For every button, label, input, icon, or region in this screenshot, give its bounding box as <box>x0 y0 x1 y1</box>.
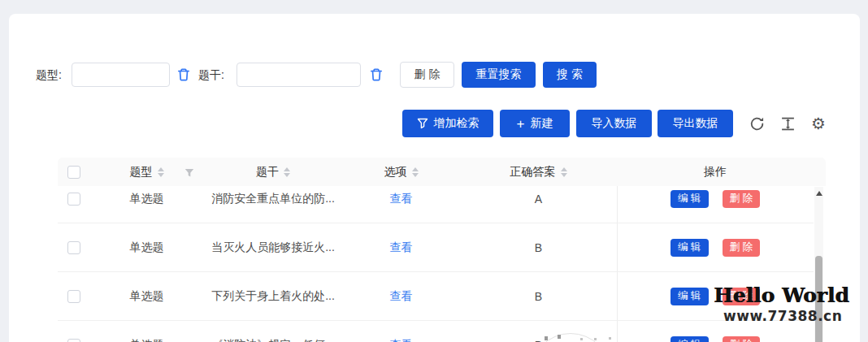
add-filter-label: 增加检索 <box>434 116 480 131</box>
header-stem-label: 题干 <box>256 165 279 180</box>
header-actions-label: 操作 <box>704 165 727 180</box>
refresh-icon[interactable] <box>747 114 766 133</box>
edit-button[interactable]: 编 辑 <box>671 190 708 208</box>
cell-stem: 当灭火人员能够接近火... <box>204 223 342 271</box>
question-bank-page: 题型: 题干: 删 除 重置搜索 搜 索 增加检索 + 新建 导入数据 <box>0 0 868 342</box>
table-scrollbar[interactable] <box>814 187 823 342</box>
view-options-link[interactable]: 查看 <box>390 192 413 206</box>
header-options: 选项 <box>342 158 460 186</box>
view-options-link[interactable]: 查看 <box>390 338 413 342</box>
cell-stem: 下列关于身上着火的处... <box>204 272 342 320</box>
scroll-up-arrow-icon[interactable] <box>816 191 822 196</box>
table-row: 单选题 《消防法》规定：任何... 查看 B 编 辑 删 除 <box>58 321 814 342</box>
row-checkbox[interactable] <box>67 241 80 254</box>
edit-button[interactable]: 编 辑 <box>671 336 708 342</box>
table-body: 单选题 消防安全重点单位的防... 查看 A 编 辑 删 除 单选题 当灭火人员… <box>58 186 814 342</box>
cell-stem: 消防安全重点单位的防... <box>204 186 342 223</box>
table-row: 单选题 当灭火人员能够接近火... 查看 B 编 辑 删 除 <box>58 223 814 272</box>
stem-filter-label: 题干: <box>198 68 224 83</box>
header-select-all-cell <box>58 158 89 186</box>
edit-button[interactable]: 编 辑 <box>671 288 708 305</box>
add-filter-button[interactable]: 增加检索 <box>402 110 493 137</box>
delete-row-button[interactable]: 删 除 <box>723 239 760 257</box>
cell-answer: B <box>460 272 617 320</box>
scrollbar-thumb[interactable] <box>815 256 822 342</box>
header-answer: 正确答案 <box>460 158 617 186</box>
column-height-icon[interactable] <box>778 114 797 133</box>
plus-icon: + <box>517 117 525 131</box>
cell-type: 单选题 <box>89 223 204 271</box>
type-filter-input[interactable] <box>72 63 170 87</box>
delete-button[interactable]: 删 除 <box>400 62 454 88</box>
cell-answer: A <box>460 186 617 223</box>
cell-type: 单选题 <box>89 272 204 320</box>
delete-row-button[interactable]: 删 除 <box>723 336 760 342</box>
cell-stem: 《消防法》规定：任何... <box>204 321 342 342</box>
funnel-icon <box>417 118 428 129</box>
header-stem: 题干 <box>204 158 342 186</box>
clear-stem-trash-icon[interactable] <box>369 67 384 82</box>
clear-type-trash-icon[interactable] <box>176 67 191 82</box>
delete-row-button[interactable]: 删 除 <box>723 288 760 305</box>
view-options-link[interactable]: 查看 <box>390 240 413 255</box>
header-actions: 操作 <box>617 158 814 186</box>
search-button[interactable]: 搜 索 <box>543 62 597 88</box>
delete-row-button[interactable]: 删 除 <box>723 190 760 208</box>
table-header: 题型 题干 选项 正确答案 操作 <box>58 158 826 186</box>
select-all-checkbox[interactable] <box>67 166 80 179</box>
settings-gear-icon[interactable]: ⚙ <box>809 114 828 133</box>
sort-answer-icon[interactable] <box>561 167 567 177</box>
header-type-label: 题型 <box>130 165 153 180</box>
type-filter-label: 题型: <box>36 68 62 83</box>
reset-search-button[interactable]: 重置搜索 <box>462 62 536 88</box>
sort-options-icon[interactable] <box>412 167 419 177</box>
header-options-label: 选项 <box>384 165 407 180</box>
sort-type-icon[interactable] <box>158 167 164 177</box>
row-checkbox[interactable] <box>67 193 80 206</box>
header-type: 题型 <box>89 158 204 186</box>
content-card: 题型: 题干: 删 除 重置搜索 搜 索 增加检索 + 新建 导入数据 <box>9 14 860 342</box>
cell-answer: B <box>460 223 617 271</box>
view-options-link[interactable]: 查看 <box>390 289 413 304</box>
sort-stem-icon[interactable] <box>284 167 290 177</box>
edit-button[interactable]: 编 辑 <box>671 239 708 257</box>
new-button[interactable]: + 新建 <box>500 110 570 137</box>
row-checkbox[interactable] <box>67 290 80 303</box>
header-answer-label: 正确答案 <box>510 165 556 180</box>
row-checkbox[interactable] <box>67 339 80 342</box>
filter-funnel-icon[interactable] <box>184 167 194 180</box>
import-data-button[interactable]: 导入数据 <box>576 110 652 137</box>
stem-filter-input[interactable] <box>237 63 361 87</box>
table-row: 单选题 下列关于身上着火的处... 查看 B 编 辑 删 除 <box>58 272 814 321</box>
new-label: 新建 <box>530 116 553 131</box>
table-row: 单选题 消防安全重点单位的防... 查看 A 编 辑 删 除 <box>58 186 814 223</box>
cell-type: 单选题 <box>89 186 204 223</box>
cell-type: 单选题 <box>89 321 204 342</box>
export-data-button[interactable]: 导出数据 <box>658 110 733 137</box>
